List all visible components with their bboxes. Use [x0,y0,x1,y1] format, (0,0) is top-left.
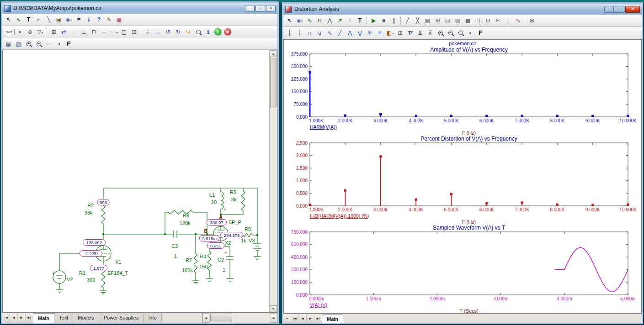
tag-y-icon[interactable]: ⊼ [426,28,435,38]
copy-to-clipboard-icon[interactable]: ▤ [4,39,13,49]
ground-icon[interactable]: ⊥ [79,27,89,37]
vertical-scroll-thumb[interactable] [270,58,277,108]
flip-horizontal-icon[interactable]: ↔ [153,27,163,37]
grid-toggle-icon[interactable]: ⊞ [49,27,59,37]
flag-tool-icon[interactable]: ⚑ [74,15,84,25]
slope-cursor-icon[interactable]: ╱ [335,28,345,38]
crosshair-icon[interactable]: ┼ [143,27,153,37]
component-browser-icon[interactable]: ◈▾ [295,16,304,26]
left-titlebar[interactable]: D:\MC9\DATA\MyAmps\pokemon.cir ─ □ ✕ [2,3,277,14]
axes-icon[interactable]: ⊥ [503,16,513,26]
schematic-canvas[interactable]: +−++R233kR6120kR58kL120C31R7100kR4150C21… [3,50,269,312]
component-browser-icon[interactable]: ◈▾ [64,15,74,25]
shape-dropdown-icon[interactable]: ▽▾ [35,27,45,37]
numeric-grid-icon[interactable]: ⊞ [433,16,442,26]
wave-cursor-icon[interactable]: ∿ [325,28,335,38]
horizontal-scroll-thumb[interactable] [210,314,232,322]
rotate-ccw-icon[interactable]: ↺ [163,27,173,37]
last-page-button[interactable]: ▶| [26,313,33,323]
maximize-button[interactable]: □ [255,5,265,12]
waveform-icon[interactable]: ∿ [513,16,523,26]
horizontal-scroll-track[interactable] [209,313,271,323]
close-button[interactable]: ✕ [625,6,640,13]
zoom-out-icon[interactable]: − [34,39,43,49]
probe-icon[interactable]: ⌖ [15,27,25,37]
run-ok-icon[interactable]: ! [214,28,222,36]
impulse-icon[interactable]: ↑ [345,16,355,26]
tab-list-button[interactable]: ▾ [283,314,291,323]
scroll-up-button[interactable]: ▲ [270,50,277,57]
maximize-button[interactable]: □ [615,6,624,13]
prev-page-button[interactable]: ◀ [299,314,307,323]
more-options-icon[interactable]: ⋯▾ [109,27,119,37]
text-stamp-icon[interactable]: TEXT [4,29,15,35]
wire-segment-icon[interactable]: ─ [99,27,109,37]
tile-vertical-icon[interactable]: ▥ [453,16,463,26]
properties-icon[interactable]: ⊠ [527,16,537,26]
diagonal-line-tool-icon[interactable]: ╲ [44,15,53,25]
text-tool-icon[interactable]: T [24,15,33,25]
tab-main[interactable]: Main [33,313,54,323]
global-low-icon[interactable]: ⋁ [355,28,365,38]
line-mode-icon[interactable]: ╱ [403,16,412,26]
tab-models[interactable]: Models [73,313,99,323]
step-icon[interactable]: ↪ [183,27,193,37]
copy-page-icon[interactable]: ▥ [14,39,23,49]
tab-main[interactable]: Main [322,314,343,323]
cursor-mode-icon[interactable]: ┼ [285,28,294,38]
next-page-button[interactable]: ▶ [18,313,26,323]
zoom-out-icon[interactable]: − [446,28,455,38]
tag-x-icon[interactable]: ⊻ [415,28,425,38]
zoom-region-icon[interactable] [456,28,465,38]
find-icon[interactable] [193,27,203,37]
select-tool-icon[interactable]: ↖ [285,16,294,26]
text-tool-icon[interactable]: T [355,16,365,26]
image-icon[interactable]: ▦ [114,15,124,25]
chart-1[interactable]: Amplitude of V(A) vs Frequency0.00075.00… [284,47,641,136]
ortho-wire-tool-icon[interactable]: ⌐ [34,15,43,25]
chart-3[interactable]: Sampled Waveform V(A) vs T0.000150.00030… [284,225,641,314]
wire-squiggle-icon[interactable]: ∿ [14,15,23,25]
close-button[interactable]: ✕ [266,5,276,12]
font-icon[interactable]: F [64,39,74,49]
right-titlebar[interactable]: Distortion Analysis ─ □ ✕ [283,4,642,15]
font-icon[interactable]: F [476,28,485,38]
rotate-cw-icon[interactable]: ↻ [173,27,183,37]
overlay-plots-icon[interactable]: ▩ [463,16,473,26]
vertical-scrollbar[interactable]: ▲ ▼ [269,50,277,312]
info-mode-icon[interactable]: ℹ [84,15,94,25]
ramp-icon[interactable]: ↗ [335,16,345,26]
global-high-icon[interactable]: ⋀ [345,28,355,38]
vertical-scroll-track[interactable] [270,57,277,305]
run-icon[interactable]: ▶ [369,16,378,26]
annotate-tool-icon[interactable]: ✎ [104,15,114,25]
drop-node-icon[interactable]: ↓ [69,27,79,37]
chart-2[interactable]: Percent Distortion of V(A) vs Frequency0… [284,136,641,225]
node-plus-icon[interactable]: ⊕ [25,27,35,37]
minimize-button[interactable]: ─ [245,5,255,12]
gate-icon[interactable]: ⊓ [89,27,99,37]
color-dropdown-icon[interactable]: ◧▾ [385,28,395,38]
horizontal-scrollbar[interactable]: ◀ ▶ [202,313,277,323]
zoom-in-icon[interactable]: + [24,39,33,49]
wave-right-icon[interactable]: ≋ [375,28,385,38]
window-split-icon[interactable]: ◫ [119,27,129,37]
last-page-button[interactable]: ▶| [314,314,322,323]
cursor-next-icon[interactable]: ┼ [295,28,304,38]
select-region-icon[interactable]: ⊡ [129,27,139,37]
tab-info[interactable]: Info [144,313,161,323]
gear-icon[interactable]: ◐ [466,28,475,38]
cut-icon[interactable]: ✂ [493,16,503,26]
scroll-right-button[interactable]: ▶ [271,313,277,323]
data-table-icon[interactable]: ⊞ [395,28,405,38]
go-to-peak-icon[interactable]: ∩ [305,28,314,38]
stop-error-icon[interactable]: ✕ [224,28,231,36]
first-page-button[interactable]: |◀ [291,314,299,323]
mode-icon[interactable]: ◑ [54,39,64,49]
scroll-left-button[interactable]: ◀ [202,313,209,323]
plot-area[interactable]: pokemon.cir Amplitude of V(A) vs Frequen… [283,39,642,314]
tile-horizontal-icon[interactable]: ▤ [443,16,452,26]
data-points-icon[interactable]: ▦ [423,16,432,26]
schematic-drawing[interactable]: +−++R233kR6120kR58kL120C31R7100kR4150C21… [3,50,269,312]
panel-icon[interactable]: ◫ [473,16,483,26]
